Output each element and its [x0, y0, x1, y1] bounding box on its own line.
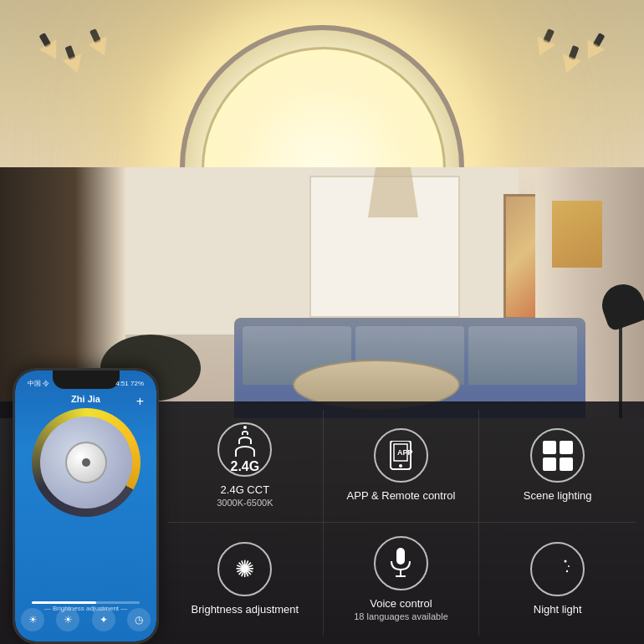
wifi-arc-large: [235, 446, 255, 457]
phone-status-bar: 中国 令 4:51 72%: [28, 375, 144, 391]
feature-brightness: ✺ Brightness adjustment: [167, 523, 324, 636]
phone-mockup: 中国 令 4:51 72% Zhi Jia + — Brightness adj…: [13, 368, 159, 644]
features-grid: 2.4G 2.4G CCT 3000K-6500K APP: [167, 410, 636, 636]
feature-app-remote: APP APP & Remote control: [324, 410, 480, 523]
grid-sq-2: [560, 441, 573, 454]
svg-point-2: [399, 464, 402, 468]
wifi-2g-icon: 2.4G: [230, 426, 259, 473]
svg-point-9: [565, 570, 567, 572]
wifi-arc-small: [242, 431, 248, 435]
feature-night-title: Night light: [534, 603, 582, 617]
chandelier-body: [368, 167, 418, 217]
phone-icon-star[interactable]: ✦: [92, 608, 115, 631]
grid-sq-3: [543, 457, 556, 471]
svg-point-7: [564, 560, 566, 563]
feature-cct-icon: 2.4G: [217, 422, 272, 477]
feature-brightness-icon: ✺: [217, 542, 272, 596]
track-light-3: [89, 28, 101, 43]
dial-container: [32, 408, 141, 517]
feature-scene: Scene lighting: [479, 410, 636, 523]
feature-voice-icon: [374, 536, 428, 590]
svg-rect-4: [396, 548, 405, 565]
dial-knob[interactable]: [65, 442, 107, 483]
moon-svg: [544, 555, 572, 583]
floor-lamp: [602, 284, 644, 418]
feature-voice-label: Voice control 18 languages available: [354, 597, 448, 622]
status-left: 中国 令: [28, 379, 49, 388]
wifi-arcs: [235, 426, 255, 457]
cct-2g-label: 2.4G: [230, 460, 259, 473]
brightness-bar-fill: [32, 601, 96, 604]
feature-night-icon: [530, 542, 585, 596]
feature-night: Night light: [479, 523, 636, 636]
app-phone-icon: APP: [387, 441, 414, 471]
phone-plus-button[interactable]: +: [136, 394, 144, 409]
svg-text:APP: APP: [397, 448, 413, 457]
svg-point-8: [568, 565, 570, 567]
app-svg: APP: [387, 441, 414, 471]
feature-cct-title: 2.4G CCT 3000K-6500K: [217, 483, 273, 509]
feature-brightness-title: Brightness adjustment: [192, 603, 299, 617]
phone-icon-clock[interactable]: ◷: [127, 608, 151, 631]
phone-icon-sun2[interactable]: ☀: [56, 608, 79, 631]
phone-bottom-icons: ☀ ☀ ✦ ◷: [15, 608, 156, 631]
dial-outer[interactable]: [32, 408, 141, 517]
grid-sq-1: [543, 441, 556, 454]
feature-scene-title: Scene lighting: [524, 489, 592, 503]
feature-cct: 2.4G 2.4G CCT 3000K-6500K: [167, 410, 324, 523]
ceiling: [0, 0, 644, 167]
phone-icon-sun1[interactable]: ☀: [21, 608, 44, 631]
wifi-arc-medium: [238, 437, 252, 444]
microphone-svg: [388, 548, 413, 578]
feature-voice: Voice control 18 languages available: [324, 523, 480, 636]
track-light-4: [593, 33, 606, 48]
sun-icon: ✺: [235, 555, 254, 583]
dial-dot: [82, 458, 90, 467]
status-right: 4:51 72%: [115, 380, 144, 387]
cushion-3: [468, 326, 577, 385]
feature-app-icon: APP: [374, 428, 428, 483]
feature-app-title: APP & Remote control: [347, 489, 456, 503]
dial-inner: [40, 417, 132, 509]
brightness-bar[interactable]: [32, 601, 140, 604]
corridor-accent: [552, 201, 602, 268]
track-light-5: [569, 45, 580, 60]
wifi-dot: [243, 426, 247, 429]
bottom-panel: 中国 令 4:51 72% Zhi Jia + — Brightness adj…: [0, 401, 644, 644]
track-light-2: [65, 45, 76, 60]
phone-app-name: Zhi Jia: [15, 394, 156, 404]
grid-sq-4: [560, 457, 573, 471]
scene-grid-icon: [543, 441, 573, 471]
feature-scene-icon: [530, 428, 585, 483]
track-light-1: [39, 33, 52, 48]
floor-lamp-head: [596, 279, 644, 332]
track-light-6: [543, 28, 555, 43]
chandelier: [368, 167, 418, 251]
